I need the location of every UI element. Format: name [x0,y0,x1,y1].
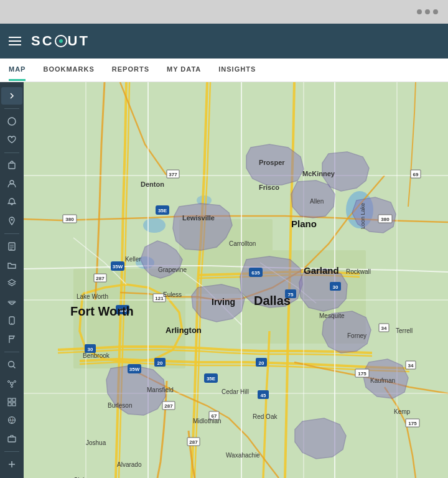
grid-icon[interactable] [1,393,22,411]
svg-text:Grapevine: Grapevine [158,266,187,273]
svg-text:380: 380 [65,217,74,222]
search-icon[interactable] [1,356,22,373]
svg-text:Arlington: Arlington [166,326,202,335]
svg-text:Terrell: Terrell [396,327,413,334]
flag-icon[interactable] [1,330,22,348]
svg-text:Keller: Keller [125,256,141,263]
svg-text:35W: 35W [113,264,123,269]
logo-u: U [68,33,80,49]
svg-text:287: 287 [96,276,105,281]
svg-text:Denton: Denton [141,180,164,188]
svg-text:Carrollton: Carrollton [229,240,256,247]
sidebar-divider-5 [4,451,19,452]
svg-text:Rockwall: Rockwall [346,268,371,275]
svg-text:Burleson: Burleson [108,402,132,409]
nav-map[interactable]: MAP [9,59,26,81]
person-icon[interactable] [1,175,22,192]
layers-icon[interactable] [1,275,22,293]
svg-text:Plano: Plano [291,218,317,229]
logo-s: S [31,33,42,49]
briefcase-icon[interactable] [1,430,22,448]
svg-text:35E: 35E [207,376,216,382]
svg-text:Alvarado: Alvarado [117,461,142,468]
svg-text:Lake Worth: Lake Worth [77,293,108,300]
svg-text:35W: 35W [129,367,140,372]
svg-text:Irving: Irving [212,297,235,307]
title-bar [0,0,448,24]
top-navigation: SC UT [0,24,448,59]
bag-icon[interactable] [1,156,22,174]
svg-text:30: 30 [88,347,93,352]
svg-point-5 [11,218,13,220]
svg-text:Garland: Garland [304,265,339,276]
document-icon[interactable] [1,238,22,255]
svg-text:McKinney: McKinney [302,170,335,177]
svg-text:34: 34 [408,363,414,368]
svg-rect-20 [8,437,16,442]
svg-text:Kemp: Kemp [394,408,411,415]
svg-text:635: 635 [251,270,260,276]
svg-text:Mansfield: Mansfield [147,387,174,393]
svg-text:Benbrook: Benbrook [83,352,110,359]
sidebar-divider-4 [4,352,19,352]
hat-icon[interactable] [1,293,22,311]
svg-text:Joshua: Joshua [86,439,106,446]
svg-text:Lewisville: Lewisville [182,214,215,222]
heart-icon[interactable] [1,131,22,149]
sidebar-expand-button[interactable] [1,87,22,105]
svg-point-9 [11,323,12,324]
svg-text:Prosper: Prosper [259,159,285,166]
svg-rect-3 [9,163,15,169]
svg-text:Kaufman: Kaufman [370,377,395,384]
dot-2 [425,9,430,14]
svg-text:20: 20 [157,360,163,366]
svg-text:175: 175 [408,421,417,426]
hamburger-menu[interactable] [9,37,21,45]
globe-icon[interactable] [1,411,22,429]
logo-c: C [42,33,54,49]
svg-rect-15 [8,398,11,401]
map-container[interactable]: 35E 35E 35W 35W 635 820 20 20 30 30 [24,82,448,478]
network-icon[interactable] [1,375,22,392]
svg-text:34: 34 [381,326,387,331]
svg-text:20: 20 [259,360,264,366]
nav-bookmarks[interactable]: BOOKMARKS [43,59,94,81]
svg-text:Mesquite: Mesquite [319,312,345,319]
filter-icon[interactable] [1,113,22,130]
nav-insights[interactable]: INSIGHTS [218,59,256,81]
svg-text:Frisco: Frisco [259,184,279,191]
nav-mydata[interactable]: MY DATA [167,59,201,81]
svg-text:69: 69 [413,172,419,177]
svg-point-1 [59,39,63,43]
logo-o [54,34,68,48]
svg-point-2 [8,118,16,125]
svg-text:Euless: Euless [163,291,182,298]
svg-text:Red Oak: Red Oak [253,413,278,420]
svg-text:287: 287 [189,439,198,445]
svg-rect-18 [12,403,16,406]
logo-t: T [79,33,89,49]
svg-rect-17 [8,403,11,406]
svg-text:Loon Lake: Loon Lake [360,203,366,229]
nav-reports[interactable]: REPORTS [112,59,149,81]
svg-text:Waxahachie: Waxahachie [226,452,260,459]
folder-icon[interactable] [1,256,22,274]
svg-text:Dallas: Dallas [254,294,291,307]
svg-text:30: 30 [333,284,338,290]
svg-point-23 [143,218,166,233]
pin-icon[interactable] [1,212,22,230]
svg-text:287: 287 [164,403,173,409]
svg-text:Midlothian: Midlothian [193,418,222,424]
secondary-navigation: MAP BOOKMARKS REPORTS MY DATA INSIGHTS [0,59,448,82]
main-area: 35E 35E 35W 35W 635 820 20 20 30 30 [0,82,448,478]
svg-text:175: 175 [358,371,366,377]
bell-icon[interactable] [1,194,22,211]
svg-text:35E: 35E [158,208,167,213]
svg-text:Fort Worth: Fort Worth [70,304,134,318]
sidebar-divider-1 [4,108,19,109]
left-sidebar [0,82,24,478]
mobile-icon[interactable] [1,312,22,329]
svg-point-10 [9,361,14,367]
add-icon[interactable] [1,456,22,473]
svg-point-13 [14,380,16,382]
